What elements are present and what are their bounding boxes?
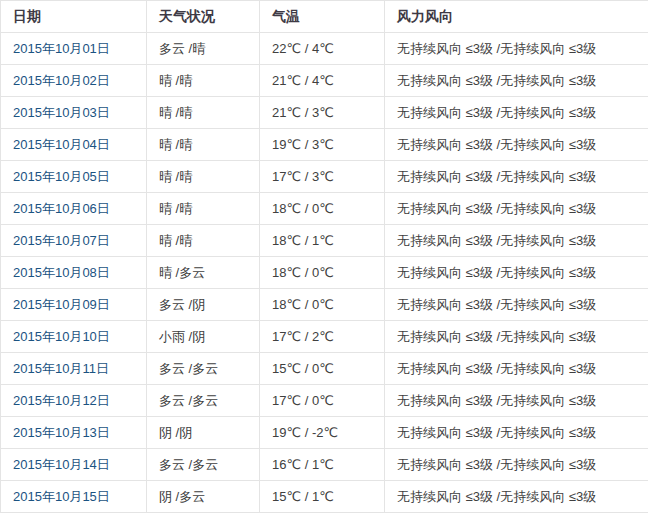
temperature-cell: 22℃ / 4℃ bbox=[260, 33, 385, 65]
date-link[interactable]: 2015年10月11日 bbox=[13, 361, 109, 376]
date-link[interactable]: 2015年10月04日 bbox=[13, 137, 110, 152]
date-link[interactable]: 2015年10月06日 bbox=[13, 201, 110, 216]
temperature-cell: 18℃ / 0℃ bbox=[260, 257, 385, 289]
table-row: 2015年10月07日 晴 /晴 18℃ / 1℃ 无持续风向 ≤3级 /无持续… bbox=[1, 225, 648, 257]
date-cell: 2015年10月02日 bbox=[1, 65, 147, 97]
table-header: 日期 天气状况 气温 风力风向 bbox=[1, 1, 648, 33]
weather-history-table: 日期 天气状况 气温 风力风向 2015年10月01日 多云 /晴 22℃ / … bbox=[0, 0, 648, 513]
table-row: 2015年10月14日 多云 /多云 16℃ / 1℃ 无持续风向 ≤3级 /无… bbox=[1, 449, 648, 481]
table-row: 2015年10月04日 晴 /晴 19℃ / 3℃ 无持续风向 ≤3级 /无持续… bbox=[1, 129, 648, 161]
weather-cell: 阴 /多云 bbox=[147, 481, 260, 513]
date-cell: 2015年10月04日 bbox=[1, 129, 147, 161]
date-link[interactable]: 2015年10月13日 bbox=[13, 425, 110, 440]
weather-cell: 晴 /晴 bbox=[147, 65, 260, 97]
wind-cell: 无持续风向 ≤3级 /无持续风向 ≤3级 bbox=[385, 161, 648, 193]
wind-cell: 无持续风向 ≤3级 /无持续风向 ≤3级 bbox=[385, 321, 648, 353]
table-row: 2015年10月11日 多云 /多云 15℃ / 0℃ 无持续风向 ≤3级 /无… bbox=[1, 353, 648, 385]
table-row: 2015年10月02日 晴 /晴 21℃ / 4℃ 无持续风向 ≤3级 /无持续… bbox=[1, 65, 648, 97]
wind-cell: 无持续风向 ≤3级 /无持续风向 ≤3级 bbox=[385, 481, 648, 513]
temperature-cell: 19℃ / 3℃ bbox=[260, 129, 385, 161]
header-row: 日期 天气状况 气温 风力风向 bbox=[1, 1, 648, 33]
wind-cell: 无持续风向 ≤3级 /无持续风向 ≤3级 bbox=[385, 97, 648, 129]
wind-cell: 无持续风向 ≤3级 /无持续风向 ≤3级 bbox=[385, 129, 648, 161]
wind-cell: 无持续风向 ≤3级 /无持续风向 ≤3级 bbox=[385, 449, 648, 481]
temperature-cell: 18℃ / 0℃ bbox=[260, 289, 385, 321]
weather-cell: 晴 /晴 bbox=[147, 193, 260, 225]
date-cell: 2015年10月12日 bbox=[1, 385, 147, 417]
temperature-cell: 21℃ / 4℃ bbox=[260, 65, 385, 97]
table-row: 2015年10月01日 多云 /晴 22℃ / 4℃ 无持续风向 ≤3级 /无持… bbox=[1, 33, 648, 65]
date-link[interactable]: 2015年10月12日 bbox=[13, 393, 110, 408]
temperature-cell: 21℃ / 3℃ bbox=[260, 97, 385, 129]
weather-cell: 小雨 /阴 bbox=[147, 321, 260, 353]
temperature-cell: 18℃ / 1℃ bbox=[260, 225, 385, 257]
temperature-cell: 17℃ / 3℃ bbox=[260, 161, 385, 193]
col-header-temperature: 气温 bbox=[260, 1, 385, 33]
wind-cell: 无持续风向 ≤3级 /无持续风向 ≤3级 bbox=[385, 385, 648, 417]
temperature-cell: 15℃ / 1℃ bbox=[260, 481, 385, 513]
table-row: 2015年10月08日 晴 /多云 18℃ / 0℃ 无持续风向 ≤3级 /无持… bbox=[1, 257, 648, 289]
date-cell: 2015年10月06日 bbox=[1, 193, 147, 225]
date-cell: 2015年10月03日 bbox=[1, 97, 147, 129]
wind-cell: 无持续风向 ≤3级 /无持续风向 ≤3级 bbox=[385, 225, 648, 257]
weather-cell: 晴 /多云 bbox=[147, 257, 260, 289]
temperature-cell: 17℃ / 0℃ bbox=[260, 385, 385, 417]
wind-cell: 无持续风向 ≤3级 /无持续风向 ≤3级 bbox=[385, 417, 648, 449]
wind-cell: 无持续风向 ≤3级 /无持续风向 ≤3级 bbox=[385, 353, 648, 385]
date-link[interactable]: 2015年10月02日 bbox=[13, 73, 110, 88]
date-cell: 2015年10月08日 bbox=[1, 257, 147, 289]
date-link[interactable]: 2015年10月03日 bbox=[13, 105, 110, 120]
date-cell: 2015年10月13日 bbox=[1, 417, 147, 449]
table-row: 2015年10月09日 多云 /阴 18℃ / 0℃ 无持续风向 ≤3级 /无持… bbox=[1, 289, 648, 321]
table-row: 2015年10月15日 阴 /多云 15℃ / 1℃ 无持续风向 ≤3级 /无持… bbox=[1, 481, 648, 513]
temperature-cell: 15℃ / 0℃ bbox=[260, 353, 385, 385]
table-row: 2015年10月13日 阴 /阴 19℃ / -2℃ 无持续风向 ≤3级 /无持… bbox=[1, 417, 648, 449]
wind-cell: 无持续风向 ≤3级 /无持续风向 ≤3级 bbox=[385, 257, 648, 289]
wind-cell: 无持续风向 ≤3级 /无持续风向 ≤3级 bbox=[385, 289, 648, 321]
col-header-date: 日期 bbox=[1, 1, 147, 33]
date-link[interactable]: 2015年10月08日 bbox=[13, 265, 110, 280]
date-cell: 2015年10月07日 bbox=[1, 225, 147, 257]
col-header-weather: 天气状况 bbox=[147, 1, 260, 33]
wind-cell: 无持续风向 ≤3级 /无持续风向 ≤3级 bbox=[385, 65, 648, 97]
wind-cell: 无持续风向 ≤3级 /无持续风向 ≤3级 bbox=[385, 33, 648, 65]
date-link[interactable]: 2015年10月15日 bbox=[13, 489, 110, 504]
date-cell: 2015年10月09日 bbox=[1, 289, 147, 321]
weather-cell: 多云 /多云 bbox=[147, 353, 260, 385]
date-cell: 2015年10月15日 bbox=[1, 481, 147, 513]
weather-cell: 晴 /晴 bbox=[147, 97, 260, 129]
weather-cell: 多云 /多云 bbox=[147, 449, 260, 481]
col-header-wind: 风力风向 bbox=[385, 1, 648, 33]
table-body: 2015年10月01日 多云 /晴 22℃ / 4℃ 无持续风向 ≤3级 /无持… bbox=[1, 33, 648, 513]
weather-cell: 晴 /晴 bbox=[147, 161, 260, 193]
table-row: 2015年10月05日 晴 /晴 17℃ / 3℃ 无持续风向 ≤3级 /无持续… bbox=[1, 161, 648, 193]
table-row: 2015年10月12日 多云 /多云 17℃ / 0℃ 无持续风向 ≤3级 /无… bbox=[1, 385, 648, 417]
table-row: 2015年10月06日 晴 /晴 18℃ / 0℃ 无持续风向 ≤3级 /无持续… bbox=[1, 193, 648, 225]
weather-cell: 多云 /多云 bbox=[147, 385, 260, 417]
weather-cell: 晴 /晴 bbox=[147, 225, 260, 257]
table-row: 2015年10月10日 小雨 /阴 17℃ / 2℃ 无持续风向 ≤3级 /无持… bbox=[1, 321, 648, 353]
date-link[interactable]: 2015年10月14日 bbox=[13, 457, 110, 472]
weather-cell: 晴 /晴 bbox=[147, 129, 260, 161]
date-cell: 2015年10月01日 bbox=[1, 33, 147, 65]
temperature-cell: 16℃ / 1℃ bbox=[260, 449, 385, 481]
temperature-cell: 17℃ / 2℃ bbox=[260, 321, 385, 353]
date-link[interactable]: 2015年10月07日 bbox=[13, 233, 110, 248]
date-cell: 2015年10月14日 bbox=[1, 449, 147, 481]
date-cell: 2015年10月05日 bbox=[1, 161, 147, 193]
temperature-cell: 19℃ / -2℃ bbox=[260, 417, 385, 449]
date-link[interactable]: 2015年10月05日 bbox=[13, 169, 110, 184]
weather-cell: 阴 /阴 bbox=[147, 417, 260, 449]
weather-cell: 多云 /晴 bbox=[147, 33, 260, 65]
weather-cell: 多云 /阴 bbox=[147, 289, 260, 321]
date-cell: 2015年10月10日 bbox=[1, 321, 147, 353]
temperature-cell: 18℃ / 0℃ bbox=[260, 193, 385, 225]
table-row: 2015年10月03日 晴 /晴 21℃ / 3℃ 无持续风向 ≤3级 /无持续… bbox=[1, 97, 648, 129]
date-link[interactable]: 2015年10月09日 bbox=[13, 297, 110, 312]
wind-cell: 无持续风向 ≤3级 /无持续风向 ≤3级 bbox=[385, 193, 648, 225]
date-link[interactable]: 2015年10月01日 bbox=[13, 41, 110, 56]
date-cell: 2015年10月11日 bbox=[1, 353, 147, 385]
date-link[interactable]: 2015年10月10日 bbox=[13, 329, 110, 344]
